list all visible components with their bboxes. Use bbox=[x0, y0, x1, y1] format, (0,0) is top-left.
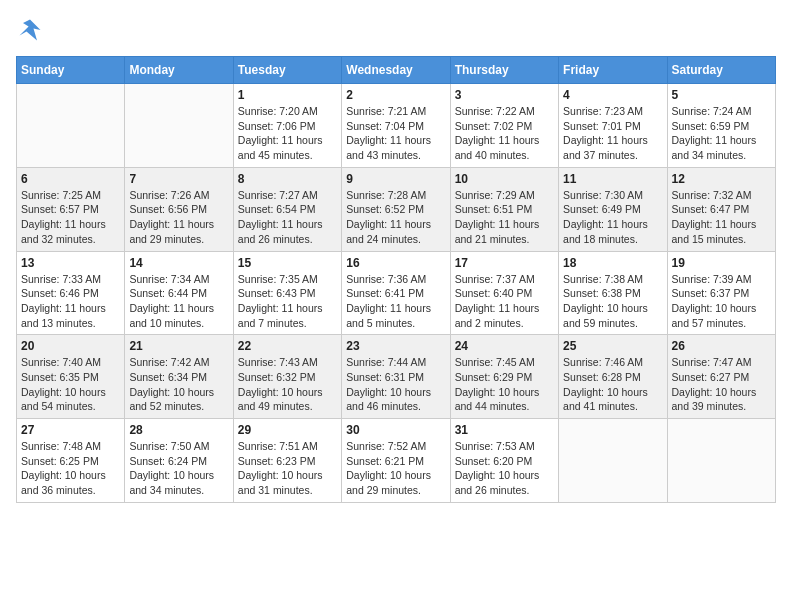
day-info: Sunrise: 7:46 AM Sunset: 6:28 PM Dayligh… bbox=[563, 355, 662, 414]
calendar-cell: 16Sunrise: 7:36 AM Sunset: 6:41 PM Dayli… bbox=[342, 251, 450, 335]
page-header bbox=[16, 16, 776, 44]
day-number: 17 bbox=[455, 256, 554, 270]
day-info: Sunrise: 7:47 AM Sunset: 6:27 PM Dayligh… bbox=[672, 355, 771, 414]
day-info: Sunrise: 7:35 AM Sunset: 6:43 PM Dayligh… bbox=[238, 272, 337, 331]
day-number: 15 bbox=[238, 256, 337, 270]
calendar-cell: 25Sunrise: 7:46 AM Sunset: 6:28 PM Dayli… bbox=[559, 335, 667, 419]
calendar-cell: 26Sunrise: 7:47 AM Sunset: 6:27 PM Dayli… bbox=[667, 335, 775, 419]
calendar-cell: 3Sunrise: 7:22 AM Sunset: 7:02 PM Daylig… bbox=[450, 84, 558, 168]
calendar-cell: 6Sunrise: 7:25 AM Sunset: 6:57 PM Daylig… bbox=[17, 167, 125, 251]
day-number: 22 bbox=[238, 339, 337, 353]
calendar-cell: 23Sunrise: 7:44 AM Sunset: 6:31 PM Dayli… bbox=[342, 335, 450, 419]
day-number: 28 bbox=[129, 423, 228, 437]
day-number: 27 bbox=[21, 423, 120, 437]
day-info: Sunrise: 7:40 AM Sunset: 6:35 PM Dayligh… bbox=[21, 355, 120, 414]
day-number: 10 bbox=[455, 172, 554, 186]
day-info: Sunrise: 7:20 AM Sunset: 7:06 PM Dayligh… bbox=[238, 104, 337, 163]
day-number: 9 bbox=[346, 172, 445, 186]
day-number: 19 bbox=[672, 256, 771, 270]
calendar-week-row: 27Sunrise: 7:48 AM Sunset: 6:25 PM Dayli… bbox=[17, 419, 776, 503]
day-of-week-header: Friday bbox=[559, 57, 667, 84]
day-info: Sunrise: 7:48 AM Sunset: 6:25 PM Dayligh… bbox=[21, 439, 120, 498]
calendar-cell: 15Sunrise: 7:35 AM Sunset: 6:43 PM Dayli… bbox=[233, 251, 341, 335]
day-info: Sunrise: 7:51 AM Sunset: 6:23 PM Dayligh… bbox=[238, 439, 337, 498]
calendar-cell: 21Sunrise: 7:42 AM Sunset: 6:34 PM Dayli… bbox=[125, 335, 233, 419]
day-number: 14 bbox=[129, 256, 228, 270]
day-number: 30 bbox=[346, 423, 445, 437]
day-number: 11 bbox=[563, 172, 662, 186]
day-info: Sunrise: 7:36 AM Sunset: 6:41 PM Dayligh… bbox=[346, 272, 445, 331]
calendar-cell: 2Sunrise: 7:21 AM Sunset: 7:04 PM Daylig… bbox=[342, 84, 450, 168]
day-of-week-header: Sunday bbox=[17, 57, 125, 84]
day-info: Sunrise: 7:44 AM Sunset: 6:31 PM Dayligh… bbox=[346, 355, 445, 414]
day-number: 21 bbox=[129, 339, 228, 353]
calendar-cell bbox=[667, 419, 775, 503]
calendar-cell: 31Sunrise: 7:53 AM Sunset: 6:20 PM Dayli… bbox=[450, 419, 558, 503]
calendar-week-row: 20Sunrise: 7:40 AM Sunset: 6:35 PM Dayli… bbox=[17, 335, 776, 419]
calendar-header-row: SundayMondayTuesdayWednesdayThursdayFrid… bbox=[17, 57, 776, 84]
day-info: Sunrise: 7:23 AM Sunset: 7:01 PM Dayligh… bbox=[563, 104, 662, 163]
day-number: 6 bbox=[21, 172, 120, 186]
calendar-cell: 12Sunrise: 7:32 AM Sunset: 6:47 PM Dayli… bbox=[667, 167, 775, 251]
calendar-cell: 1Sunrise: 7:20 AM Sunset: 7:06 PM Daylig… bbox=[233, 84, 341, 168]
calendar-cell: 18Sunrise: 7:38 AM Sunset: 6:38 PM Dayli… bbox=[559, 251, 667, 335]
day-of-week-header: Wednesday bbox=[342, 57, 450, 84]
day-info: Sunrise: 7:28 AM Sunset: 6:52 PM Dayligh… bbox=[346, 188, 445, 247]
day-number: 23 bbox=[346, 339, 445, 353]
day-info: Sunrise: 7:50 AM Sunset: 6:24 PM Dayligh… bbox=[129, 439, 228, 498]
day-of-week-header: Tuesday bbox=[233, 57, 341, 84]
day-info: Sunrise: 7:29 AM Sunset: 6:51 PM Dayligh… bbox=[455, 188, 554, 247]
calendar-cell: 11Sunrise: 7:30 AM Sunset: 6:49 PM Dayli… bbox=[559, 167, 667, 251]
calendar-cell: 29Sunrise: 7:51 AM Sunset: 6:23 PM Dayli… bbox=[233, 419, 341, 503]
day-info: Sunrise: 7:43 AM Sunset: 6:32 PM Dayligh… bbox=[238, 355, 337, 414]
svg-marker-0 bbox=[20, 20, 41, 41]
calendar-cell: 28Sunrise: 7:50 AM Sunset: 6:24 PM Dayli… bbox=[125, 419, 233, 503]
calendar-cell: 9Sunrise: 7:28 AM Sunset: 6:52 PM Daylig… bbox=[342, 167, 450, 251]
day-info: Sunrise: 7:26 AM Sunset: 6:56 PM Dayligh… bbox=[129, 188, 228, 247]
day-of-week-header: Saturday bbox=[667, 57, 775, 84]
day-number: 24 bbox=[455, 339, 554, 353]
day-number: 31 bbox=[455, 423, 554, 437]
day-number: 18 bbox=[563, 256, 662, 270]
calendar-cell: 22Sunrise: 7:43 AM Sunset: 6:32 PM Dayli… bbox=[233, 335, 341, 419]
calendar-week-row: 6Sunrise: 7:25 AM Sunset: 6:57 PM Daylig… bbox=[17, 167, 776, 251]
day-info: Sunrise: 7:37 AM Sunset: 6:40 PM Dayligh… bbox=[455, 272, 554, 331]
calendar-table: SundayMondayTuesdayWednesdayThursdayFrid… bbox=[16, 56, 776, 503]
day-number: 5 bbox=[672, 88, 771, 102]
logo bbox=[16, 16, 46, 44]
day-number: 7 bbox=[129, 172, 228, 186]
day-number: 4 bbox=[563, 88, 662, 102]
calendar-cell: 17Sunrise: 7:37 AM Sunset: 6:40 PM Dayli… bbox=[450, 251, 558, 335]
calendar-body: 1Sunrise: 7:20 AM Sunset: 7:06 PM Daylig… bbox=[17, 84, 776, 503]
day-number: 16 bbox=[346, 256, 445, 270]
calendar-cell: 30Sunrise: 7:52 AM Sunset: 6:21 PM Dayli… bbox=[342, 419, 450, 503]
calendar-cell: 19Sunrise: 7:39 AM Sunset: 6:37 PM Dayli… bbox=[667, 251, 775, 335]
calendar-cell bbox=[125, 84, 233, 168]
day-info: Sunrise: 7:27 AM Sunset: 6:54 PM Dayligh… bbox=[238, 188, 337, 247]
calendar-header: SundayMondayTuesdayWednesdayThursdayFrid… bbox=[17, 57, 776, 84]
day-info: Sunrise: 7:24 AM Sunset: 6:59 PM Dayligh… bbox=[672, 104, 771, 163]
day-of-week-header: Thursday bbox=[450, 57, 558, 84]
day-number: 1 bbox=[238, 88, 337, 102]
calendar-cell: 7Sunrise: 7:26 AM Sunset: 6:56 PM Daylig… bbox=[125, 167, 233, 251]
day-info: Sunrise: 7:52 AM Sunset: 6:21 PM Dayligh… bbox=[346, 439, 445, 498]
day-info: Sunrise: 7:25 AM Sunset: 6:57 PM Dayligh… bbox=[21, 188, 120, 247]
day-info: Sunrise: 7:34 AM Sunset: 6:44 PM Dayligh… bbox=[129, 272, 228, 331]
calendar-cell: 8Sunrise: 7:27 AM Sunset: 6:54 PM Daylig… bbox=[233, 167, 341, 251]
logo-icon bbox=[16, 16, 44, 44]
day-number: 25 bbox=[563, 339, 662, 353]
calendar-cell: 13Sunrise: 7:33 AM Sunset: 6:46 PM Dayli… bbox=[17, 251, 125, 335]
calendar-cell: 4Sunrise: 7:23 AM Sunset: 7:01 PM Daylig… bbox=[559, 84, 667, 168]
calendar-cell: 20Sunrise: 7:40 AM Sunset: 6:35 PM Dayli… bbox=[17, 335, 125, 419]
day-number: 12 bbox=[672, 172, 771, 186]
day-info: Sunrise: 7:22 AM Sunset: 7:02 PM Dayligh… bbox=[455, 104, 554, 163]
day-info: Sunrise: 7:42 AM Sunset: 6:34 PM Dayligh… bbox=[129, 355, 228, 414]
day-number: 20 bbox=[21, 339, 120, 353]
calendar-cell bbox=[559, 419, 667, 503]
calendar-week-row: 1Sunrise: 7:20 AM Sunset: 7:06 PM Daylig… bbox=[17, 84, 776, 168]
day-info: Sunrise: 7:30 AM Sunset: 6:49 PM Dayligh… bbox=[563, 188, 662, 247]
day-number: 2 bbox=[346, 88, 445, 102]
calendar-cell: 24Sunrise: 7:45 AM Sunset: 6:29 PM Dayli… bbox=[450, 335, 558, 419]
day-info: Sunrise: 7:21 AM Sunset: 7:04 PM Dayligh… bbox=[346, 104, 445, 163]
day-info: Sunrise: 7:38 AM Sunset: 6:38 PM Dayligh… bbox=[563, 272, 662, 331]
